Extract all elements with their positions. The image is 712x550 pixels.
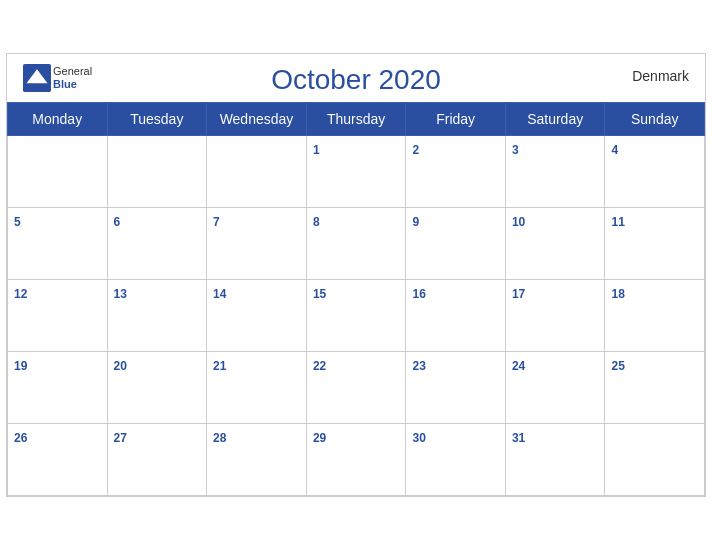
calendar-day-cell: 23 [406, 352, 505, 424]
day-number: 28 [213, 431, 226, 445]
calendar-day-cell [207, 136, 307, 208]
calendar-day-cell: 1 [306, 136, 406, 208]
day-number: 30 [412, 431, 425, 445]
calendar-title: October 2020 [23, 64, 689, 96]
day-number: 25 [611, 359, 624, 373]
day-number: 22 [313, 359, 326, 373]
calendar-day-cell [107, 136, 207, 208]
weekday-header-row: Monday Tuesday Wednesday Thursday Friday… [8, 103, 705, 136]
day-number: 4 [611, 143, 618, 157]
country-label: Denmark [632, 68, 689, 84]
calendar-week-row: 19202122232425 [8, 352, 705, 424]
calendar-day-cell: 4 [605, 136, 705, 208]
calendar-table: Monday Tuesday Wednesday Thursday Friday… [7, 102, 705, 496]
calendar-day-cell: 29 [306, 424, 406, 496]
calendar-day-cell: 25 [605, 352, 705, 424]
day-number: 12 [14, 287, 27, 301]
calendar-week-row: 1234 [8, 136, 705, 208]
day-number: 26 [14, 431, 27, 445]
brand-general: General [53, 65, 92, 78]
day-number: 3 [512, 143, 519, 157]
calendar-day-cell: 3 [505, 136, 605, 208]
calendar-day-cell: 31 [505, 424, 605, 496]
calendar-day-cell [605, 424, 705, 496]
day-number: 7 [213, 215, 220, 229]
day-number: 18 [611, 287, 624, 301]
day-number: 27 [114, 431, 127, 445]
calendar-day-cell: 11 [605, 208, 705, 280]
day-number: 11 [611, 215, 624, 229]
brand-logo-area: General Blue [23, 64, 92, 92]
weekday-monday: Monday [8, 103, 108, 136]
calendar-day-cell: 16 [406, 280, 505, 352]
day-number: 9 [412, 215, 419, 229]
calendar-day-cell: 9 [406, 208, 505, 280]
calendar-header: General Blue October 2020 Denmark [7, 54, 705, 102]
day-number: 6 [114, 215, 121, 229]
calendar-day-cell: 19 [8, 352, 108, 424]
day-number: 1 [313, 143, 320, 157]
weekday-friday: Friday [406, 103, 505, 136]
calendar-day-cell: 26 [8, 424, 108, 496]
calendar-day-cell: 15 [306, 280, 406, 352]
day-number: 16 [412, 287, 425, 301]
day-number: 24 [512, 359, 525, 373]
calendar-day-cell: 18 [605, 280, 705, 352]
weekday-saturday: Saturday [505, 103, 605, 136]
calendar-day-cell: 7 [207, 208, 307, 280]
day-number: 14 [213, 287, 226, 301]
weekday-thursday: Thursday [306, 103, 406, 136]
calendar-day-cell: 21 [207, 352, 307, 424]
calendar-day-cell: 12 [8, 280, 108, 352]
day-number: 13 [114, 287, 127, 301]
calendar-day-cell: 28 [207, 424, 307, 496]
weekday-sunday: Sunday [605, 103, 705, 136]
calendar: General Blue October 2020 Denmark Monday… [6, 53, 706, 497]
day-number: 8 [313, 215, 320, 229]
calendar-week-row: 567891011 [8, 208, 705, 280]
day-number: 2 [412, 143, 419, 157]
day-number: 10 [512, 215, 525, 229]
generalblue-logo-icon [23, 64, 51, 92]
day-number: 23 [412, 359, 425, 373]
day-number: 29 [313, 431, 326, 445]
calendar-day-cell: 10 [505, 208, 605, 280]
calendar-day-cell: 6 [107, 208, 207, 280]
calendar-week-row: 262728293031 [8, 424, 705, 496]
day-number: 21 [213, 359, 226, 373]
weekday-tuesday: Tuesday [107, 103, 207, 136]
calendar-body: 1234567891011121314151617181920212223242… [8, 136, 705, 496]
day-number: 31 [512, 431, 525, 445]
calendar-day-cell: 2 [406, 136, 505, 208]
weekday-wednesday: Wednesday [207, 103, 307, 136]
day-number: 19 [14, 359, 27, 373]
calendar-day-cell: 17 [505, 280, 605, 352]
calendar-day-cell: 13 [107, 280, 207, 352]
calendar-day-cell: 22 [306, 352, 406, 424]
day-number: 15 [313, 287, 326, 301]
calendar-day-cell: 14 [207, 280, 307, 352]
brand-blue: Blue [53, 78, 92, 91]
calendar-day-cell: 20 [107, 352, 207, 424]
calendar-day-cell: 27 [107, 424, 207, 496]
day-number: 5 [14, 215, 21, 229]
day-number: 20 [114, 359, 127, 373]
calendar-day-cell: 8 [306, 208, 406, 280]
day-number: 17 [512, 287, 525, 301]
calendar-day-cell: 30 [406, 424, 505, 496]
calendar-day-cell: 24 [505, 352, 605, 424]
calendar-day-cell: 5 [8, 208, 108, 280]
calendar-week-row: 12131415161718 [8, 280, 705, 352]
calendar-day-cell [8, 136, 108, 208]
